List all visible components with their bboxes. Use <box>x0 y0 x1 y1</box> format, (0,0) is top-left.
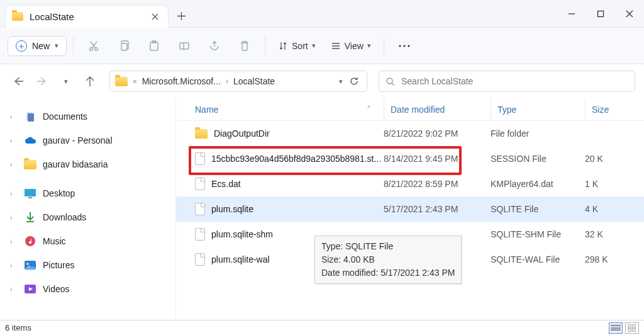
sort-button[interactable]: Sort ▾ <box>272 37 322 55</box>
svg-rect-6 <box>180 43 189 49</box>
file-tooltip: Type: SQLITE File Size: 4.00 KB Date mod… <box>314 236 462 284</box>
search-input[interactable] <box>401 76 628 86</box>
file-date: 8/14/2021 9:45 PM <box>384 154 491 164</box>
file-date: 5/17/2021 2:43 PM <box>384 204 491 214</box>
svg-rect-21 <box>628 328 631 331</box>
file-type: File folder <box>491 128 585 139</box>
share-button[interactable] <box>201 35 228 57</box>
file-row[interactable]: 15cbbc93e90a4d56bf8d9a29305b8981.st...8/… <box>176 146 644 171</box>
separator <box>265 37 265 55</box>
chevron-right-icon: › <box>10 285 18 293</box>
svg-point-15 <box>25 236 35 246</box>
folder-icon <box>24 159 36 170</box>
sidebar-item-downloads[interactable]: ›Downloads <box>0 205 175 229</box>
file-name: plum.sqlite-shm <box>211 229 273 239</box>
sidebar-item-music[interactable]: ›Music <box>0 229 175 253</box>
chevron-left-icon[interactable]: « <box>131 77 138 86</box>
pictures-icon <box>24 259 36 271</box>
refresh-button[interactable] <box>347 74 362 89</box>
cut-button[interactable] <box>80 35 108 57</box>
svg-rect-4 <box>150 42 158 50</box>
separator <box>73 37 74 55</box>
file-name: plum.sqlite <box>211 204 253 214</box>
window-controls <box>557 1 644 26</box>
svg-rect-0 <box>598 11 604 16</box>
sidebar-item-pictures[interactable]: ›Pictures <box>0 253 175 277</box>
svg-point-9 <box>408 45 409 47</box>
svg-rect-12 <box>28 113 34 122</box>
file-row[interactable]: DiagOutputDir8/21/2022 9:02 PMFile folde… <box>176 121 644 146</box>
chevron-right-icon: › <box>10 237 18 245</box>
chevron-down-icon: ▾ <box>312 42 316 50</box>
forward-button[interactable] <box>33 72 52 91</box>
svg-point-8 <box>403 45 405 47</box>
new-tab-button[interactable] <box>169 5 194 28</box>
sort-label: Sort <box>292 41 308 51</box>
minimize-button[interactable] <box>557 1 586 26</box>
sidebar-item-onedrive-personal[interactable]: ›gaurav - Personal <box>0 128 175 152</box>
svg-point-2 <box>95 47 98 50</box>
column-date[interactable]: Date modified <box>384 98 491 120</box>
sidebar-item-videos[interactable]: ›Videos <box>0 277 175 301</box>
column-headers: Name˄ Date modified Type Size <box>176 98 644 121</box>
breadcrumb-seg1[interactable]: Microsoft.Microsof... <box>142 76 221 86</box>
svg-rect-13 <box>25 189 36 196</box>
plus-circle-icon: ＋ <box>16 40 27 52</box>
chevron-right-icon: › <box>225 77 230 86</box>
thumbnails-view-toggle[interactable] <box>625 322 639 334</box>
chevron-right-icon: › <box>10 261 18 269</box>
file-type: SQLITE File <box>491 204 585 214</box>
file-size: 20 K <box>585 154 644 164</box>
address-bar[interactable]: « Microsoft.Microsof... › LocalState ▾ <box>109 71 367 92</box>
file-type: SESSION File <box>491 154 585 164</box>
file-type: KMPlayer64.dat <box>491 179 585 189</box>
sidebar-item-desktop[interactable]: ›Desktop <box>0 181 175 205</box>
view-button[interactable]: View ▾ <box>325 37 377 55</box>
close-tab-icon[interactable] <box>149 11 160 22</box>
details-view-toggle[interactable] <box>609 322 623 334</box>
svg-point-7 <box>399 45 401 47</box>
delete-button[interactable] <box>231 35 258 57</box>
sidebar-item-user-folder[interactable]: ›gaurav bidasaria <box>0 152 175 176</box>
recent-dropdown[interactable]: ▾ <box>57 72 75 91</box>
copy-button[interactable] <box>110 35 138 57</box>
breadcrumb-seg2[interactable]: LocalState <box>233 76 275 86</box>
sort-icon <box>278 41 288 51</box>
up-button[interactable] <box>80 72 99 91</box>
file-icon <box>195 178 205 190</box>
column-size[interactable]: Size <box>585 98 644 120</box>
navigation-row: ▾ « Microsoft.Microsof... › LocalState ▾ <box>0 64 644 98</box>
paste-button[interactable] <box>140 35 168 57</box>
maximize-button[interactable] <box>586 1 615 26</box>
svg-point-1 <box>90 47 93 50</box>
new-button[interactable]: ＋ New ▾ <box>8 36 67 56</box>
back-button[interactable] <box>9 72 28 91</box>
sidebar-item-documents[interactable]: ›Documents <box>0 105 175 128</box>
column-name[interactable]: Name˄ <box>195 105 384 115</box>
tab-localstate[interactable]: LocalState <box>5 5 169 28</box>
separator <box>384 37 384 55</box>
sidebar-label: Pictures <box>43 260 75 270</box>
chevron-right-icon: › <box>10 190 18 197</box>
search-box[interactable] <box>379 71 635 92</box>
folder-icon <box>195 129 208 139</box>
chevron-down-icon[interactable]: ▾ <box>339 77 343 86</box>
titlebar: LocalState <box>0 0 644 28</box>
column-type[interactable]: Type <box>491 98 585 120</box>
close-window-button[interactable] <box>615 1 644 26</box>
file-row[interactable]: Ecs.dat8/21/2022 8:59 PMKMPlayer64.dat1 … <box>176 171 644 196</box>
folder-icon <box>115 77 128 86</box>
file-row[interactable]: plum.sqlite5/17/2021 2:43 PMSQLITE File4… <box>176 196 644 222</box>
chevron-right-icon: › <box>10 113 18 120</box>
sidebar-label: Downloads <box>43 212 86 222</box>
sort-asc-icon: ˄ <box>367 105 371 115</box>
more-button[interactable] <box>391 35 418 57</box>
svg-rect-14 <box>28 197 32 198</box>
file-size: 1 K <box>585 179 644 189</box>
file-size: 4 K <box>585 204 644 214</box>
chevron-right-icon: › <box>10 161 18 168</box>
file-icon <box>195 253 205 266</box>
rename-button[interactable] <box>170 35 198 57</box>
file-size: 32 K <box>585 229 644 239</box>
cloud-icon <box>24 135 36 146</box>
